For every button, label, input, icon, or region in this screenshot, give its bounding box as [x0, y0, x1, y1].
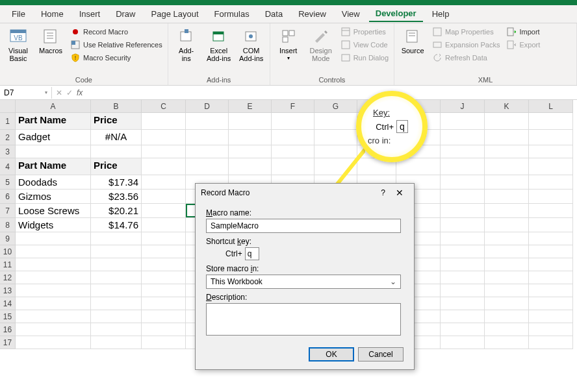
macro-name-input[interactable]: SampleMacro: [206, 219, 401, 233]
cell-C7[interactable]: [142, 204, 186, 218]
relative-refs-button[interactable]: Use Relative References: [69, 39, 164, 51]
cell-B10[interactable]: [91, 245, 142, 258]
cancel-button[interactable]: Cancel: [358, 347, 404, 361]
cell-C13[interactable]: [142, 284, 186, 297]
cell-J13[interactable]: [441, 284, 485, 297]
cell-K17[interactable]: [485, 336, 529, 349]
cell-C8[interactable]: [142, 218, 186, 232]
cell-J17[interactable]: [441, 336, 485, 349]
cell-L2[interactable]: [529, 130, 573, 145]
tab-view[interactable]: View: [335, 6, 366, 21]
row-header-8[interactable]: 8: [0, 218, 16, 232]
tab-page-layout[interactable]: Page Layout: [145, 6, 205, 21]
row-header-13[interactable]: 13: [0, 284, 16, 297]
run-dialog-button[interactable]: Run Dialog: [339, 52, 390, 64]
cell-L6[interactable]: [529, 190, 573, 204]
cell-K12[interactable]: [485, 271, 529, 284]
tab-developer[interactable]: Developer: [369, 6, 423, 22]
cell-D4[interactable]: [186, 158, 229, 175]
cell-G1[interactable]: [314, 113, 357, 130]
cell-K11[interactable]: [485, 258, 529, 271]
cell-B17[interactable]: [91, 336, 142, 349]
cell-L12[interactable]: [529, 271, 573, 284]
select-all-corner[interactable]: [0, 100, 16, 113]
tab-draw[interactable]: Draw: [109, 6, 142, 21]
cell-A5[interactable]: Doodads: [16, 175, 91, 190]
cell-L8[interactable]: [529, 218, 573, 232]
cell-A3[interactable]: [16, 145, 91, 158]
cell-B13[interactable]: [91, 284, 142, 297]
cell-K5[interactable]: [485, 175, 529, 190]
tab-home[interactable]: Home: [34, 6, 70, 21]
row-header-11[interactable]: 11: [0, 258, 16, 271]
col-header-B[interactable]: B: [91, 100, 142, 113]
fx-icon[interactable]: fx: [77, 88, 83, 97]
cell-A6[interactable]: Gizmos: [16, 190, 91, 204]
col-header-J[interactable]: J: [441, 100, 485, 113]
tab-formulas[interactable]: Formulas: [208, 6, 256, 21]
com-addins-button[interactable]: COM Add-ins: [237, 25, 266, 62]
cell-K14[interactable]: [485, 297, 529, 310]
insert-control-button[interactable]: Insert▾: [274, 25, 303, 62]
cell-D1[interactable]: [186, 113, 229, 130]
cell-A14[interactable]: [16, 297, 91, 310]
cell-C17[interactable]: [142, 336, 186, 349]
cell-L7[interactable]: [529, 204, 573, 218]
design-mode-button[interactable]: Design Mode: [307, 25, 335, 62]
cell-J8[interactable]: [441, 218, 485, 232]
addins-button[interactable]: Add- ins: [172, 25, 201, 62]
properties-button[interactable]: Properties: [339, 26, 390, 38]
cell-K16[interactable]: [485, 323, 529, 336]
row-header-17[interactable]: 17: [0, 336, 16, 349]
cell-B7[interactable]: $20.21: [91, 204, 142, 218]
cell-L5[interactable]: [529, 175, 573, 190]
enter-fx-icon[interactable]: ✓: [66, 88, 73, 97]
excel-addins-button[interactable]: Excel Add-ins: [205, 25, 233, 62]
cell-C1[interactable]: [142, 113, 186, 130]
view-code-button[interactable]: View Code: [339, 39, 390, 51]
cell-K2[interactable]: [485, 130, 529, 145]
cell-B5[interactable]: $17.34: [91, 175, 142, 190]
cell-B16[interactable]: [91, 323, 142, 336]
dialog-close-button[interactable]: ✕: [391, 188, 409, 198]
col-header-L[interactable]: L: [529, 100, 573, 113]
cell-C11[interactable]: [142, 258, 186, 271]
row-header-9[interactable]: 9: [0, 232, 16, 245]
cell-G2[interactable]: [314, 130, 357, 145]
cell-E2[interactable]: [229, 130, 272, 145]
cell-C10[interactable]: [142, 245, 186, 258]
cell-A4[interactable]: Part Name: [16, 158, 91, 175]
cell-B11[interactable]: [91, 258, 142, 271]
cell-C5[interactable]: [142, 175, 186, 190]
shortcut-key-input[interactable]: q: [245, 247, 259, 260]
col-header-E[interactable]: E: [229, 100, 272, 113]
cell-J15[interactable]: [441, 310, 485, 323]
cell-G3[interactable]: [314, 145, 357, 158]
cell-J12[interactable]: [441, 271, 485, 284]
cell-B8[interactable]: $14.76: [91, 218, 142, 232]
cell-C4[interactable]: [142, 158, 186, 175]
cell-B1[interactable]: Price: [91, 113, 142, 130]
cell-J9[interactable]: [441, 232, 485, 245]
cell-J14[interactable]: [441, 297, 485, 310]
cell-J11[interactable]: [441, 258, 485, 271]
cell-A11[interactable]: [16, 258, 91, 271]
cell-K9[interactable]: [485, 232, 529, 245]
cell-E1[interactable]: [229, 113, 272, 130]
col-header-C[interactable]: C: [142, 100, 186, 113]
cell-F4[interactable]: [272, 158, 314, 175]
cell-A15[interactable]: [16, 310, 91, 323]
cell-D2[interactable]: [186, 130, 229, 145]
cell-K7[interactable]: [485, 204, 529, 218]
cell-J3[interactable]: [441, 145, 485, 158]
col-header-A[interactable]: A: [16, 100, 91, 113]
cell-A7[interactable]: Loose Screws: [16, 204, 91, 218]
cell-K10[interactable]: [485, 245, 529, 258]
row-header-14[interactable]: 14: [0, 297, 16, 310]
cell-K8[interactable]: [485, 218, 529, 232]
cell-A9[interactable]: [16, 232, 91, 245]
cell-K13[interactable]: [485, 284, 529, 297]
cell-K15[interactable]: [485, 310, 529, 323]
cell-A17[interactable]: [16, 336, 91, 349]
cell-A10[interactable]: [16, 245, 91, 258]
